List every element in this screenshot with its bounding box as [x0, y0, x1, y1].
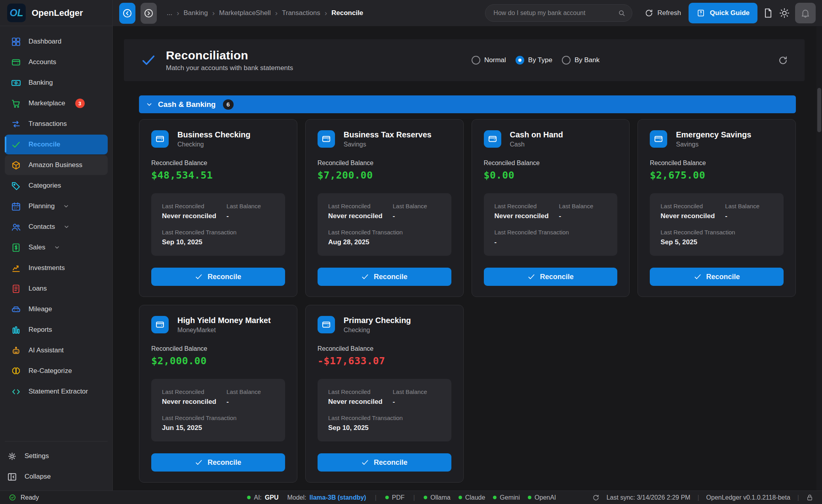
back-button[interactable]: [119, 3, 135, 24]
last-balance-label: Last Balance: [226, 388, 274, 395]
reconcile-button[interactable]: Reconcile: [318, 268, 451, 286]
status-model: Model:llama-3B (standby): [287, 494, 366, 501]
lock-icon: [806, 494, 813, 501]
last-balance-label: Last Balance: [226, 203, 274, 209]
refresh-icon: [645, 9, 653, 17]
scrollbar-thumb[interactable]: [817, 88, 821, 132]
status-provider-ollama: Ollama: [424, 494, 451, 501]
status-model-value[interactable]: llama-3B (standby): [310, 494, 366, 501]
section-header-cash-banking[interactable]: Cash & Banking6: [139, 95, 796, 113]
reconcile-details-panel: Last ReconciledNever reconciledLast Bala…: [151, 193, 285, 256]
radio-icon[interactable]: [516, 56, 524, 65]
last-transaction-label: Last Reconciled Transaction: [328, 415, 441, 421]
sidebar-item-reconcile[interactable]: Reconcile: [5, 135, 108, 154]
last-reconciled-value: Never reconciled: [328, 212, 393, 220]
refresh-button[interactable]: Refresh: [642, 8, 683, 18]
chevron-right-icon: ›: [275, 9, 278, 17]
last-reconciled-label: Last Reconciled: [495, 203, 559, 209]
reconciled-balance: -$17,633.07: [318, 355, 451, 367]
status-divider: |: [697, 494, 699, 501]
sidebar-item-statement-extractor[interactable]: Statement Extractor: [5, 382, 108, 401]
account-name: Business Checking: [177, 130, 251, 139]
wallet-icon: [318, 316, 335, 333]
last-balance-label: Last Balance: [393, 203, 441, 209]
reconcile-button[interactable]: Reconcile: [650, 268, 784, 286]
breadcrumb-item-[interactable]: ...: [167, 9, 172, 17]
breadcrumb-item-transactions[interactable]: Transactions: [282, 9, 320, 17]
sidebar-item-banking[interactable]: Banking: [5, 73, 108, 93]
search-box[interactable]: [485, 4, 632, 22]
chevron-down-icon: [54, 244, 60, 251]
notification-badge: 3: [75, 99, 85, 108]
sidebar-item-label: Sales: [29, 243, 46, 251]
sidebar-item-collapse[interactable]: Collapse: [5, 467, 108, 487]
last-balance-value: -: [559, 212, 607, 220]
quick-guide-button[interactable]: Quick Guide: [689, 3, 757, 23]
sidebar-item-ai-assistant[interactable]: AI Assistant: [5, 340, 108, 360]
sidebar-item-accounts[interactable]: Accounts: [5, 52, 108, 72]
reconciliation-sections: Cash & Banking6Business CheckingChecking…: [113, 95, 822, 491]
view-option-normal[interactable]: Normal: [472, 56, 506, 65]
last-reconciled-label: Last Reconciled: [328, 388, 393, 395]
breadcrumb-item-marketplaceshell[interactable]: MarketplaceShell: [219, 9, 270, 17]
sidebar-item-categories[interactable]: Categories: [5, 176, 108, 196]
reconcile-button[interactable]: Reconcile: [318, 453, 451, 472]
sidebar-item-label: Loans: [29, 285, 47, 293]
sidebar-item-settings[interactable]: Settings: [5, 446, 108, 466]
sidebar-item-marketplace[interactable]: Marketplace3: [5, 93, 108, 113]
sidebar-item-amazon-business[interactable]: Amazon Business: [5, 155, 108, 175]
account-type: Savings: [676, 141, 751, 148]
last-transaction-value: Aug 28, 2025: [328, 238, 441, 246]
sidebar-item-transactions[interactable]: Transactions: [5, 114, 108, 134]
last-balance-label: Last Balance: [559, 203, 607, 209]
view-option-by-bank[interactable]: By Bank: [562, 56, 599, 65]
status-ai: AI:GPU: [247, 494, 278, 501]
sidebar-item-loans[interactable]: Loans: [5, 279, 108, 299]
page-subtitle: Match your accounts with bank statements: [166, 64, 293, 72]
reconcile-button[interactable]: Reconcile: [151, 268, 285, 286]
sync-icon[interactable]: [778, 55, 788, 65]
sidebar-item-planning[interactable]: Planning: [5, 196, 108, 216]
sidebar-item-investments[interactable]: Investments: [5, 258, 108, 278]
status-center: AI:GPU Model:llama-3B (standby) | PDF | …: [247, 494, 556, 501]
tag-icon: [11, 181, 21, 191]
view-option-label: Normal: [484, 56, 506, 64]
status-pdf: PDF: [385, 494, 405, 501]
last-reconciled-label: Last Reconciled: [162, 203, 226, 209]
status-ready: Ready: [9, 494, 39, 501]
document-button[interactable]: [763, 8, 774, 19]
theme-toggle-button[interactable]: [779, 8, 790, 19]
sidebar-item-mileage[interactable]: Mileage: [5, 299, 108, 319]
notifications-button[interactable]: [795, 3, 816, 23]
sun-icon: [779, 8, 790, 19]
sidebar-item-sales[interactable]: Sales: [5, 238, 108, 257]
radio-icon[interactable]: [562, 56, 571, 65]
sidebar-item-label: Reconcile: [29, 141, 60, 148]
sidebar-item-label: Planning: [29, 202, 55, 210]
view-option-by-type[interactable]: By Type: [516, 56, 552, 65]
last-balance-value: -: [393, 398, 441, 406]
reconcile-button[interactable]: Reconcile: [151, 453, 285, 472]
box-icon: [11, 160, 21, 170]
reconcile-button[interactable]: Reconcile: [484, 268, 618, 286]
sidebar-item-dashboard[interactable]: Dashboard: [5, 32, 108, 51]
breadcrumb-item-banking[interactable]: Banking: [184, 9, 208, 17]
sidebar-item-label: Re-Categorize: [29, 367, 72, 375]
scrollbar[interactable]: [816, 26, 822, 491]
sidebar-item-contacts[interactable]: Contacts: [5, 217, 108, 237]
forward-button[interactable]: [141, 3, 157, 24]
app-logo: OL: [7, 4, 26, 22]
search-input[interactable]: [493, 9, 614, 17]
section-title: Cash & Banking: [158, 100, 216, 109]
radio-icon[interactable]: [472, 56, 480, 65]
sidebar-item-re-categorize[interactable]: Re-Categorize: [5, 361, 108, 381]
breadcrumb-item-reconcile[interactable]: Reconcile: [331, 9, 363, 17]
chevron-right-icon: ›: [212, 9, 215, 17]
status-divider: |: [413, 494, 415, 501]
account-card-business-tax-reserves: Business Tax ReservesSavingsReconciled B…: [305, 119, 464, 297]
reconcile-details-panel: Last ReconciledNever reconciledLast Bala…: [151, 379, 285, 441]
account-type: MoneyMarket: [177, 327, 271, 334]
status-ready-label: Ready: [21, 494, 39, 501]
status-right: Last sync: 3/14/2026 2:29 PM | OpenLedge…: [592, 494, 813, 501]
sidebar-item-reports[interactable]: Reports: [5, 320, 108, 340]
